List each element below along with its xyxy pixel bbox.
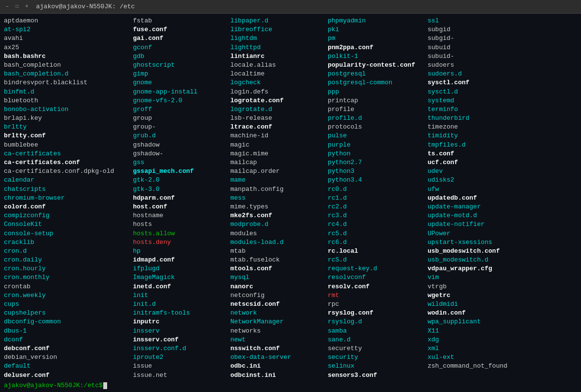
file-entry[interactable]: default [4, 362, 133, 371]
file-entry[interactable]: modules-load.d [230, 238, 328, 247]
file-entry[interactable]: odbc.ini [230, 362, 328, 371]
file-entry[interactable]: gshadow- [133, 149, 230, 158]
file-entry[interactable]: hdparm.conf [133, 194, 230, 203]
file-entry[interactable]: magic [230, 141, 328, 149]
file-entry[interactable]: colord.conf [4, 203, 133, 211]
file-entry[interactable]: gdb [133, 52, 230, 61]
file-entry[interactable]: kbd [133, 380, 230, 381]
file-entry[interactable]: mess [230, 194, 328, 203]
file-entry[interactable]: bumblebee [4, 141, 133, 149]
file-entry[interactable]: brltty.conf [4, 131, 133, 140]
file-entry[interactable]: aptdaemon [4, 17, 133, 25]
file-entry[interactable]: subuid- [428, 52, 525, 61]
file-entry[interactable]: updatedb.conf [428, 194, 525, 203]
file-entry[interactable]: sudoers.d [428, 70, 525, 78]
file-entry[interactable]: gss [133, 158, 230, 167]
file-entry[interactable]: deluser.conf [4, 371, 133, 380]
file-entry[interactable]: protocols [328, 123, 428, 131]
file-entry[interactable]: magic.mime [230, 149, 328, 158]
file-entry[interactable]: mtab.fuselock [230, 256, 328, 264]
file-entry[interactable]: wildmidi [428, 300, 525, 309]
file-entry[interactable]: xml [428, 344, 525, 353]
file-entry[interactable]: rcS.d [328, 256, 428, 264]
file-entry[interactable]: NetworkManager [230, 317, 328, 326]
file-entry[interactable]: X11 [428, 327, 525, 336]
file-entry[interactable]: chatscripts [4, 185, 133, 194]
file-entry[interactable]: security [328, 353, 428, 362]
file-entry[interactable]: modprobe.d [230, 220, 328, 229]
file-entry[interactable]: upstart-xsessions [428, 238, 525, 247]
file-entry[interactable]: group- [133, 123, 230, 131]
file-entry[interactable]: cron.daily [4, 256, 133, 264]
file-entry[interactable]: netconfig [230, 291, 328, 300]
file-entry[interactable]: vdpau_wrapper.cfg [428, 264, 525, 273]
file-entry[interactable]: purple [328, 141, 428, 149]
file-entry[interactable]: nsswitch.conf [230, 344, 328, 353]
file-entry[interactable]: rsyslog.conf [328, 309, 428, 317]
file-entry[interactable]: at-spi2 [4, 25, 133, 34]
close-button[interactable]: × [23, 3, 30, 10]
file-entry[interactable]: bash.bashrc [4, 52, 133, 61]
file-entry[interactable]: init.d [133, 300, 230, 309]
file-entry[interactable]: udisks2 [428, 176, 525, 185]
file-entry[interactable]: logrotate.conf [230, 96, 328, 105]
file-entry[interactable]: rc6.d [328, 238, 428, 247]
file-entry[interactable]: subuid [428, 43, 525, 52]
file-entry[interactable]: zsh_command_not_found [428, 362, 525, 371]
file-entry[interactable]: ca-certificates.conf.dpkg-old [4, 167, 133, 176]
file-entry[interactable]: openal [230, 380, 328, 381]
window-controls[interactable]: – □ × [4, 3, 30, 10]
file-entry[interactable]: newt [230, 336, 328, 344]
file-entry[interactable]: udev [428, 167, 525, 176]
file-entry[interactable]: ufw [428, 185, 525, 194]
file-entry[interactable]: ca-certificates [4, 149, 133, 158]
file-entry[interactable]: cups [4, 300, 133, 309]
file-entry[interactable]: gconf [133, 43, 230, 52]
file-entry[interactable]: ghostscript [133, 61, 230, 70]
file-entry[interactable]: mysql [230, 273, 328, 282]
file-entry[interactable]: iproute2 [133, 353, 230, 362]
file-entry[interactable]: profile.d [328, 114, 428, 123]
file-entry[interactable]: mtools.conf [230, 264, 328, 273]
file-entry[interactable]: sysctl.d [428, 88, 525, 96]
file-entry[interactable]: modules [230, 229, 328, 238]
file-entry[interactable]: python2.7 [328, 158, 428, 167]
file-entry[interactable]: python [328, 149, 428, 158]
file-entry[interactable]: logcheck [230, 78, 328, 87]
file-entry[interactable]: insserv [133, 327, 230, 336]
file-entry[interactable]: resolvconf [328, 273, 428, 282]
file-entry[interactable]: ax25 [4, 43, 133, 52]
file-entry[interactable]: ConsoleKit [4, 220, 133, 229]
file-entry[interactable]: rc5.d [328, 229, 428, 238]
file-entry[interactable]: mke2fs.conf [230, 211, 328, 220]
file-entry[interactable]: gai.conf [133, 34, 230, 43]
file-entry[interactable]: cupshelpers [4, 309, 133, 317]
file-entry[interactable]: cron.hourly [4, 264, 133, 273]
file-entry[interactable]: binfmt.d [4, 88, 133, 96]
file-entry[interactable]: nanorc [230, 282, 328, 291]
file-entry[interactable]: inetd.conf [133, 282, 230, 291]
file-entry[interactable]: rc3.d [328, 211, 428, 220]
file-entry[interactable]: ppp [328, 88, 428, 96]
file-entry[interactable]: xdg [428, 336, 525, 344]
file-entry[interactable]: idmapd.conf [133, 256, 230, 264]
file-entry[interactable]: update-notifier [428, 220, 525, 229]
file-entry[interactable]: brlapi.key [4, 114, 133, 123]
file-entry[interactable]: python3 [328, 167, 428, 176]
file-entry[interactable]: inputrc [133, 317, 230, 326]
file-entry[interactable]: selinux [328, 362, 428, 371]
file-entry[interactable]: subgid [428, 25, 525, 34]
file-entry[interactable]: insserv.conf [133, 336, 230, 344]
file-entry[interactable]: samba [328, 327, 428, 336]
file-entry[interactable]: gnome-vfs-2.0 [133, 96, 230, 105]
file-entry[interactable]: cron.d [4, 247, 133, 256]
file-entry[interactable]: hosts.allow [133, 229, 230, 238]
file-entry[interactable]: bindresvport.blacklist [4, 78, 133, 87]
minimize-button[interactable]: – [4, 3, 11, 10]
file-entry[interactable]: mame [230, 176, 328, 185]
file-entry[interactable]: lintianrc [230, 52, 328, 61]
file-entry[interactable]: fuse.conf [133, 25, 230, 34]
file-entry[interactable]: printcap [328, 96, 428, 105]
file-entry[interactable]: UPower [428, 229, 525, 238]
file-entry[interactable]: gtk-2.0 [133, 176, 230, 185]
